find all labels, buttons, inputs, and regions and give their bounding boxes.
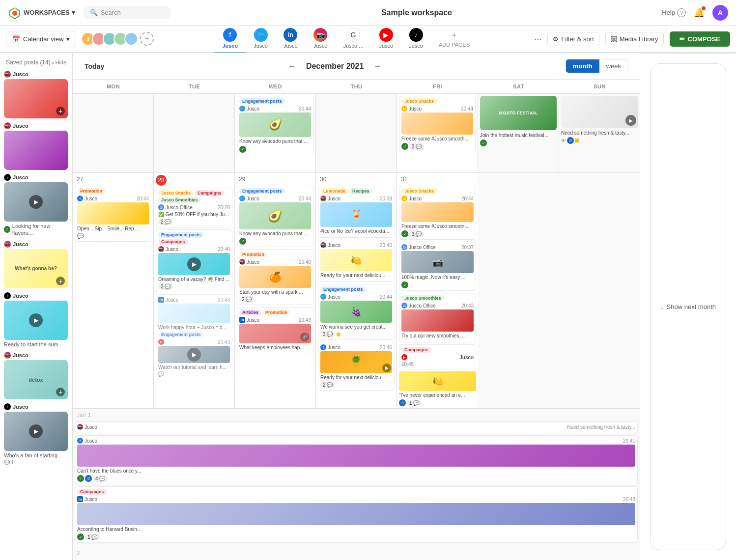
list-item[interactable]: 📷 Jusco: [4, 122, 68, 170]
post-card[interactable]: inJusco 20:43 Work happy hour + Jusco = …: [156, 294, 232, 379]
post-card[interactable]: Jusco Snacks GJusco 20:44 Freeze some #J…: [399, 96, 476, 152]
notifications-button[interactable]: 🔔: [694, 7, 705, 18]
notification-dot: [702, 6, 706, 10]
comment-badge: 2 💬: [158, 283, 173, 290]
media-library-button[interactable]: 🖼 Media Library: [605, 32, 664, 46]
list-item[interactable]: ♪ Jusco ▶ Ready to start the sum...: [4, 292, 68, 348]
play-button-icon[interactable]: ▶: [29, 424, 43, 438]
comment-badge: 2 💬: [158, 219, 173, 225]
post-thumbnail: ▶: [4, 412, 68, 451]
post-card[interactable]: GJusco Office 20:37 📷 100% magic. Now it…: [399, 242, 476, 291]
filter-sort-button[interactable]: ⚙ Filter & sort: [547, 32, 599, 46]
tab-facebook[interactable]: f Jusco: [214, 24, 246, 54]
user-avatar[interactable]: A: [712, 5, 728, 21]
eye-icon: 👁: [561, 138, 566, 143]
add-pages-button[interactable]: + ADD PAGES: [431, 27, 478, 52]
tab-twitter[interactable]: 🐦 Jusco: [246, 24, 276, 54]
sidebar: Saved posts (14) « Hide 📷 Jusco + 📷 Jusc…: [0, 53, 73, 560]
post-card[interactable]: Engagement posts Campaigns 📷Jusco 20:40 …: [156, 229, 232, 292]
cell-date-27: 27: [75, 175, 85, 184]
post-card[interactable]: fJusco 20:46 🍍 ▶ Ready for your next del…: [318, 342, 395, 391]
post-card[interactable]: Engagement posts 🐦Jusco 20:44 🥑 Know any…: [237, 96, 313, 155]
play-button-icon[interactable]: ▶: [187, 348, 201, 362]
list-item[interactable]: 📷 Jusco +: [4, 71, 68, 118]
calendar-view-button[interactable]: 📅 Calendar view ▾: [6, 31, 76, 47]
list-item[interactable]: ♪ Jusco ▶ Who's a fan of starting ... 💬 …: [4, 403, 68, 465]
list-item[interactable]: 📷 Jusco detox +: [4, 352, 68, 399]
more-options-button[interactable]: ···: [534, 34, 541, 44]
post-text: 100% magic. Now it's easy ...: [401, 274, 474, 280]
post-time: 20:43: [461, 303, 474, 308]
comment-badge: 1 💬: [407, 400, 422, 406]
status-check-icon: ✓: [4, 226, 10, 233]
post-card[interactable]: Jusco Smoothies GJusco Office 20:43 Try …: [399, 293, 476, 342]
post-card[interactable]: Campaigns inJusco 20:43 According to Har…: [75, 486, 638, 543]
cell-date-29: 29: [237, 175, 247, 184]
status-check-icon: ✓: [480, 140, 487, 146]
post-thumbnail: 🍹: [320, 202, 392, 227]
post-card[interactable]: Campaigns ▶Jusco 20:45: [399, 344, 476, 369]
status-dot-icon: [575, 139, 579, 142]
play-button-icon[interactable]: ▶: [625, 115, 636, 126]
add-post-icon[interactable]: +: [56, 388, 65, 396]
today-button[interactable]: Today: [85, 62, 104, 70]
help-button[interactable]: Help ?: [662, 8, 686, 17]
brand-label: Jusco: [85, 497, 97, 502]
post-card[interactable]: Engagement posts 🐦Jusco 20:44 🥑 Know any…: [237, 186, 313, 247]
list-item[interactable]: 📷 Jusco What's gonna be? +: [4, 241, 68, 288]
add-pages-plus-icon: +: [452, 30, 457, 41]
post-caption: Looking for new flavors....: [12, 223, 68, 237]
post-card[interactable]: Lemonade Recipes 📷Jusco 20:38 🍹 #Ice or …: [318, 186, 395, 238]
tag-lemonade: Lemonade: [320, 188, 348, 194]
next-month-button[interactable]: →: [369, 60, 385, 73]
compose-button[interactable]: ✏ COMPOSE: [670, 31, 730, 47]
play-button-icon[interactable]: ▶: [29, 313, 43, 327]
view-toggle: month week: [566, 59, 628, 73]
post-card[interactable]: 📷Jusco 20:40 🍋 Ready for your next delic…: [318, 240, 395, 282]
workspace-logo-icon: [8, 6, 22, 20]
post-card[interactable]: Engagement posts 🐦Jusco 20:44 🍇 We wanna…: [318, 284, 395, 340]
post-thumbnail: +: [4, 79, 68, 118]
add-post-icon[interactable]: +: [56, 107, 65, 115]
post-card[interactable]: Articles Promotion inJusco 20:43 🔗 What …: [237, 307, 313, 354]
hide-sidebar-button[interactable]: « Hide: [51, 59, 66, 65]
post-time: 20:40: [299, 259, 311, 265]
post-card[interactable]: Jusco Snacks GJusco 20:44 Freeze some #J…: [399, 186, 476, 240]
calendar-day-headers: MON TUE WED THU FRI SAT SUN: [73, 80, 640, 94]
prev-month-button[interactable]: ←: [284, 60, 300, 73]
add-member-button[interactable]: +: [140, 32, 154, 46]
instagram-platform-icon: 📷: [320, 242, 326, 248]
post-text: Know any avocado puns that ...: [239, 230, 311, 237]
calendar-month-label: December 2021: [306, 62, 364, 71]
show-next-month-button[interactable]: ↓ Show next month: [650, 63, 726, 550]
post-card[interactable]: 📷Jusco Need something fresh & tasty...: [75, 421, 638, 433]
post-text: #Ice or No Ice? #cool #cockta...: [320, 228, 392, 234]
tab-tiktok[interactable]: ♪ Jusco: [401, 24, 431, 54]
tab-google[interactable]: G Jusco ...: [335, 24, 371, 54]
calendar-cell-wed29: 29 Engagement posts 🐦Jusco 20:44 🥑 Know …: [235, 173, 316, 408]
post-text: Can't have the blues once y...: [77, 468, 635, 474]
youtube-platform-icon: ▶: [401, 354, 407, 360]
facebook-platform-icon: f: [77, 438, 83, 444]
post-card[interactable]: Promotion 📷Jusco 20:40 🍊 Start your day …: [237, 249, 313, 305]
add-post-icon[interactable]: +: [56, 277, 65, 285]
post-card[interactable]: fJusco 20:41 Can't have the blues once y…: [75, 435, 638, 484]
month-view-button[interactable]: month: [566, 59, 599, 73]
tab-linkedin[interactable]: in Jusco: [276, 24, 306, 54]
tab-instagram-label: Jusco: [313, 43, 328, 49]
post-card[interactable]: Jusco Snacks Campaigns Jusco Smoothies G…: [156, 188, 232, 227]
brand-name: Jusco: [13, 123, 28, 129]
member-avatar-4: [124, 32, 138, 46]
post-thumbnail: [77, 503, 635, 525]
tab-youtube[interactable]: ▶ Jusco: [371, 24, 401, 54]
play-button-icon[interactable]: ▶: [187, 257, 201, 271]
list-item[interactable]: ♪ Jusco ▶ ✓ Looking for new flavors....: [4, 174, 68, 237]
play-button-icon[interactable]: ▶: [29, 195, 43, 209]
tab-instagram[interactable]: 📷 Jusco: [306, 24, 336, 54]
search-bar[interactable]: 🔍 Search: [83, 6, 171, 19]
week-view-button[interactable]: week: [599, 59, 628, 73]
post-thumbnail: 🍋: [399, 371, 476, 391]
post-text: Watch our tutorial and learn h...: [158, 364, 230, 370]
workspaces-menu[interactable]: WORKSPACES ▾: [8, 6, 75, 20]
post-card[interactable]: Promotion fJusco 20:44 Open... Sip... Sm…: [75, 186, 151, 242]
